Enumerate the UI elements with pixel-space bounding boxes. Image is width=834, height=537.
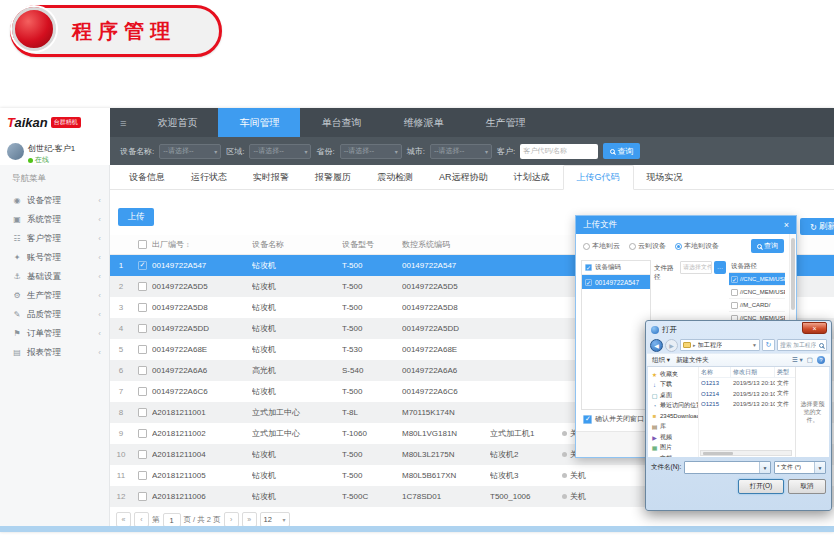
organize-menu[interactable]: 组织 ▾ bbox=[652, 356, 670, 365]
file-row-2[interactable]: O12152019/5/13 20:10文件 bbox=[699, 399, 795, 410]
confirm-close-checkbox[interactable] bbox=[583, 415, 592, 424]
filename-input[interactable]: ▼ bbox=[684, 461, 771, 474]
tree-item-1[interactable]: ↓下载 bbox=[648, 380, 698, 391]
row-checkbox[interactable] bbox=[138, 387, 147, 396]
tab-6[interactable]: 计划达成 bbox=[501, 165, 563, 189]
tab-4[interactable]: 震动检测 bbox=[364, 165, 426, 189]
tab-7[interactable]: 上传G代码 bbox=[563, 165, 634, 190]
customer-input[interactable]: 客户代码/名称 bbox=[520, 144, 598, 159]
device-code-item-0[interactable]: 00149722A547 bbox=[582, 275, 650, 289]
device-path-item-1[interactable]: //CNC_MEM/USER/PATH1/ bbox=[729, 286, 785, 299]
device-path-checkbox[interactable] bbox=[731, 276, 738, 283]
nav-item-2[interactable]: 单台查询 bbox=[300, 108, 382, 137]
dialog-scrollbar-handle[interactable] bbox=[791, 238, 795, 310]
filter-select-0[interactable]: --请选择--▾ bbox=[159, 144, 221, 159]
row-checkbox[interactable] bbox=[138, 492, 147, 501]
preview-pane-icon[interactable]: ▢ bbox=[807, 356, 813, 364]
hamburger-icon[interactable]: ≡ bbox=[110, 108, 136, 137]
sidebar-item-1[interactable]: ▣系统管理‹ bbox=[0, 210, 109, 229]
row-checkbox[interactable] bbox=[138, 324, 147, 333]
sidebar-item-0[interactable]: ◉设备管理‹ bbox=[0, 191, 109, 210]
filter-select-2[interactable]: --请选择--▾ bbox=[340, 144, 402, 159]
tree-item-4[interactable]: ■2345Download... bbox=[648, 411, 698, 422]
next-page-button[interactable]: › bbox=[224, 512, 239, 527]
filter-select-1[interactable]: --请选择--▾ bbox=[249, 144, 311, 159]
row-checkbox[interactable] bbox=[138, 450, 147, 459]
device-code-checkbox[interactable] bbox=[585, 279, 592, 286]
filter-select-3[interactable]: --请选择--▾ bbox=[430, 144, 492, 159]
tab-2[interactable]: 实时报警 bbox=[240, 165, 302, 189]
device-path-item-2[interactable]: //M_CARD/ bbox=[729, 299, 785, 312]
transfer-mode-radio-1[interactable]: 云到设备 bbox=[629, 241, 666, 251]
nav-item-0[interactable]: 欢迎首页 bbox=[136, 108, 218, 137]
header-checkbox[interactable] bbox=[138, 240, 147, 249]
sidebar-item-5[interactable]: ⚙生产管理‹ bbox=[0, 286, 109, 305]
tab-0[interactable]: 设备信息 bbox=[116, 165, 178, 189]
filetype-select[interactable]: * 文件 (*) ▼ bbox=[774, 461, 826, 474]
prev-page-button[interactable]: ‹ bbox=[134, 512, 149, 527]
device-path-checkbox[interactable] bbox=[731, 289, 738, 296]
open-button[interactable]: 打开(O) bbox=[738, 479, 784, 494]
row-checkbox[interactable] bbox=[138, 366, 147, 375]
close-window-button[interactable]: × bbox=[802, 322, 827, 334]
first-page-button[interactable]: « bbox=[116, 512, 131, 527]
tree-item-0[interactable]: ★收藏夹 bbox=[648, 369, 698, 380]
tree-item-7[interactable]: ▦图片 bbox=[648, 443, 698, 454]
forward-icon[interactable]: ▶ bbox=[665, 339, 678, 352]
tab-1[interactable]: 运行状态 bbox=[178, 165, 240, 189]
tree-item-8[interactable]: ▥文档 bbox=[648, 453, 698, 457]
file-row-1[interactable]: O12142019/5/13 20:10文件 bbox=[699, 389, 795, 400]
tree-item-5[interactable]: ▤库 bbox=[648, 422, 698, 433]
new-folder-button[interactable]: 新建文件夹 bbox=[676, 356, 709, 365]
transfer-mode-radio-2[interactable]: 本地到设备 bbox=[675, 241, 719, 251]
browse-button[interactable]: ··· bbox=[714, 261, 726, 274]
last-page-button[interactable]: » bbox=[242, 512, 257, 527]
row-checkbox[interactable] bbox=[138, 345, 147, 354]
file-path-input[interactable]: 请选择文件 bbox=[680, 261, 712, 274]
tree-item-6[interactable]: ▶视频 bbox=[648, 432, 698, 443]
tree-item-2[interactable]: ▢桌面 bbox=[648, 390, 698, 401]
upload-button[interactable]: 上传 bbox=[118, 208, 154, 226]
device-path-checkbox[interactable] bbox=[731, 302, 738, 309]
refresh-button[interactable]: ↻ 刷新 bbox=[800, 218, 834, 235]
row-checkbox[interactable] bbox=[138, 408, 147, 417]
refresh-icon[interactable]: ↻ bbox=[762, 339, 775, 351]
dialog-query-button[interactable]: 查询 bbox=[751, 239, 784, 253]
select-all-checkbox[interactable] bbox=[585, 264, 592, 271]
sidebar-item-8[interactable]: ▤报表管理‹ bbox=[0, 343, 109, 362]
confirm-close-option[interactable]: 确认并关闭窗口 bbox=[583, 414, 644, 424]
file-column-2[interactable]: 类型 bbox=[775, 367, 794, 377]
help-icon[interactable]: ? bbox=[817, 356, 825, 364]
sidebar-item-3[interactable]: ✦账号管理‹ bbox=[0, 248, 109, 267]
close-icon[interactable]: × bbox=[784, 220, 789, 230]
nav-item-3[interactable]: 维修派单 bbox=[382, 108, 464, 137]
row-checkbox[interactable] bbox=[138, 471, 147, 480]
tab-5[interactable]: AR远程协助 bbox=[426, 165, 501, 189]
device-path-item-0[interactable]: //CNC_MEM/USER/ bbox=[729, 273, 785, 286]
cancel-button[interactable]: 取消 bbox=[788, 479, 826, 494]
sidebar-item-4[interactable]: ⚓基础设置‹ bbox=[0, 267, 109, 286]
page-number-input[interactable]: 1 bbox=[163, 513, 181, 527]
file-row-0[interactable]: O12132019/5/13 20:10文件 bbox=[699, 378, 795, 389]
row-checkbox[interactable] bbox=[138, 261, 147, 270]
query-button[interactable]: 查询 bbox=[603, 143, 640, 159]
sidebar-item-7[interactable]: ⚑订单管理‹ bbox=[0, 324, 109, 343]
tab-8[interactable]: 现场实况 bbox=[634, 165, 696, 189]
row-checkbox[interactable] bbox=[138, 429, 147, 438]
file-search-input[interactable]: 搜索 加工程序 bbox=[777, 339, 827, 351]
tab-3[interactable]: 报警履历 bbox=[302, 165, 364, 189]
chevron-down-icon[interactable]: ▼ bbox=[759, 462, 770, 473]
file-column-0[interactable]: 名称 bbox=[699, 367, 731, 377]
breadcrumb[interactable]: ▸ 加工程序 ▼ bbox=[680, 339, 760, 351]
file-column-1[interactable]: 修改日期 bbox=[731, 367, 775, 377]
nav-item-1[interactable]: 车间管理 bbox=[218, 108, 300, 137]
sidebar-item-6[interactable]: ✎品质管理‹ bbox=[0, 305, 109, 324]
sidebar-item-2[interactable]: ☷客户管理‹ bbox=[0, 229, 109, 248]
transfer-mode-radio-0[interactable]: 本地到云 bbox=[583, 241, 620, 251]
back-icon[interactable]: ◀ bbox=[650, 339, 663, 352]
nav-item-4[interactable]: 生产管理 bbox=[464, 108, 546, 137]
page-size-select[interactable]: 12 ▾ bbox=[260, 512, 290, 527]
row-checkbox[interactable] bbox=[138, 282, 147, 291]
tree-item-3[interactable]: ◔最近访问的位置 bbox=[648, 401, 698, 412]
view-options-icon[interactable]: ☰ ▾ bbox=[792, 356, 803, 364]
